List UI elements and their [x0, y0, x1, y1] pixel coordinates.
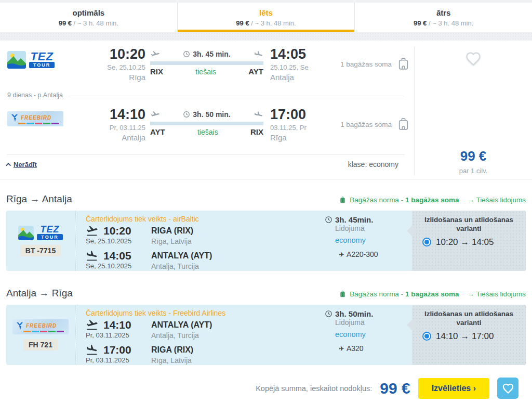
- radio-selected[interactable]: [422, 238, 431, 246]
- freebird-bird-icon: [11, 114, 19, 122]
- arrival-code: AYT: [248, 67, 263, 76]
- arrival-code: RIX: [250, 127, 263, 136]
- summary-divider: [7, 154, 405, 155]
- leg-departure-time: 10:20: [103, 225, 151, 237]
- baggage-label: 1 bagāžas soma: [340, 121, 392, 128]
- inbound-summary-row: FREEBIRD 14:10 Pr, 03.11.25 Antalja 3h. …: [0, 106, 414, 154]
- options-title: Izlidošanas un atlidošanas varianti: [416, 216, 522, 233]
- clock-icon: [183, 111, 190, 118]
- leg-arrival-date: Pr, 03.11.2025: [86, 356, 151, 365]
- departure-date: Pr, 03.11.25: [73, 124, 145, 132]
- direct-flight-label: tiešais: [197, 128, 218, 136]
- suitcase-icon: [339, 290, 347, 298]
- outbound-summary-row: TEZ TOUR 10:20 Se, 25.10.25 Rīga 3h. 45 …: [0, 46, 414, 94]
- charter-note: Čarterlidojums tiek veikts - airBaltic: [86, 215, 325, 223]
- tab-price: 99 € / ~ 3 h. 48 min.: [236, 19, 296, 27]
- flight-timeline: 3h. 50 min. AYT tiešais RIX: [150, 109, 263, 136]
- total-footer: Kopējā summa, ieskaitot nodokļus: 99 € I…: [6, 378, 526, 399]
- cabin-class[interactable]: economy: [335, 330, 412, 339]
- flight-timeline: 3h. 45 min. RIX tiešais AYT: [150, 49, 263, 76]
- section-header-outbound: Rīga → Antalja Bagāžas norma - 1 bagāžas…: [6, 193, 526, 205]
- tab-underline: [178, 30, 355, 32]
- leg-arrival-date: Se, 25.10.2025: [86, 262, 151, 270]
- leg-arrival-time: 14:05: [103, 250, 151, 262]
- tab-lets[interactable]: lēts 99 € / ~ 3 h. 48 min.: [177, 3, 355, 32]
- landing-icon: [254, 49, 263, 59]
- takeoff-icon: [86, 225, 103, 237]
- price-block: 99 € par 1 cilv.: [415, 148, 532, 175]
- leg-arrival-airport: RIGA (RIX): [151, 345, 193, 355]
- departure-time: 14:10: [73, 107, 145, 123]
- total-price: 99 €: [380, 380, 410, 397]
- leg-arrival-city: Rīga, Latvija: [151, 356, 192, 365]
- tez-tour-logo: TEZ TOUR: [18, 225, 62, 240]
- arrival-info: 14:05 25.10.25, Se Antalja: [270, 47, 309, 82]
- section-header-inbound: Antalja → Rīga Bagāžas norma - 1 bagāžas…: [6, 288, 526, 299]
- freebird-stripes: [23, 331, 65, 332]
- flight-number-badge: FH 721: [23, 339, 58, 350]
- timeline-bar: [150, 61, 263, 65]
- landing-icon: [254, 110, 263, 120]
- arrival-date: 03.11.25, Pr: [270, 124, 307, 132]
- route-title: Rīga → Antalja: [6, 193, 72, 205]
- duration-caption: Lidojumā: [335, 224, 412, 232]
- stay-note: 9 dienas - p.Antalja: [7, 92, 68, 99]
- leg-departure-city: Rīga, Latvija: [151, 237, 192, 245]
- flight-duration: 3h. 50min.: [325, 309, 412, 318]
- freebird-stripes: [18, 123, 60, 124]
- departure-options-panel: Izlidošanas un atlidošanas varianti 10:2…: [412, 211, 526, 271]
- divider-strip: [0, 32, 532, 41]
- takeoff-icon: [86, 319, 103, 331]
- direct-flight-label: tiešais: [195, 68, 216, 76]
- arrival-city: Antalja: [270, 73, 309, 82]
- departure-options-panel: Izlidošanas un atlidošanas varianti 14:1…: [412, 305, 526, 365]
- outbound-detail-card: TEZ TOUR BT -7715 Čarterlidojums tiek ve…: [6, 211, 526, 271]
- time-option[interactable]: 14:10 → 17:00: [422, 331, 522, 342]
- departure-code: AYT: [150, 127, 165, 136]
- tab-atrs[interactable]: ātrs 99 € / ~ 3 h. 48 min.: [354, 3, 532, 32]
- clock-icon: [325, 216, 332, 224]
- duration: 3h. 45 min.: [183, 50, 230, 58]
- itinerary-summary-card: TEZ TOUR 10:20 Se, 25.10.25 Rīga 3h. 45 …: [0, 41, 532, 180]
- leg-arrival-airport: ANTALYA (AYT): [151, 251, 212, 261]
- departure-info: 10:20 Se, 25.10.25 Rīga: [73, 47, 145, 82]
- charter-note: Čarterlidojums tiek veikts - Freebird Ai…: [86, 309, 325, 317]
- tab-label: ātrs: [436, 8, 451, 17]
- select-button[interactable]: Izvēlieties ›: [418, 378, 489, 399]
- leg-departure-airport: RIGA (RIX): [151, 226, 193, 236]
- hide-details-label[interactable]: Nerādīt: [14, 161, 37, 168]
- takeoff-icon: [150, 110, 160, 120]
- tab-label: optimāls: [72, 8, 104, 17]
- leg-departure-time: 14:10: [103, 319, 151, 331]
- arrival-time: 14:05: [270, 47, 309, 62]
- hide-details-link[interactable]: Nerādīt: [7, 161, 37, 168]
- cabin-class[interactable]: economy: [335, 236, 412, 244]
- inbound-detail-card: FREEBIRD FH 721 Čarterlidojums tiek veik…: [6, 305, 526, 365]
- tab-optimals[interactable]: optimāls 99 € / ~ 3 h. 48 min.: [0, 3, 177, 32]
- leg-departure-airport: ANTALYA (AYT): [151, 320, 212, 330]
- clock-icon: [325, 310, 332, 318]
- tab-price: 99 € / ~ 3 h. 48 min.: [414, 19, 473, 27]
- freebird-logo: FREEBIRD: [7, 111, 63, 126]
- departure-time: 10:20: [73, 47, 145, 62]
- timeline-bar: [150, 122, 263, 125]
- summary-price-panel: 99 € par 1 cilv.: [414, 47, 532, 175]
- stay-divider: [63, 96, 404, 96]
- tez-tour-logo: TEZ TOUR: [7, 51, 55, 69]
- suitcase-icon: [339, 196, 347, 204]
- tez-tour-logo-icon: [7, 51, 26, 69]
- leg-departure-date: Se, 25.10.2025: [86, 237, 151, 245]
- tez-logo-text: TEZ: [30, 51, 54, 62]
- wishlist-heart-icon[interactable]: [465, 51, 482, 67]
- leg-departure-date: Pr, 03.11.2025: [86, 331, 151, 340]
- tez-logo-subtext: TOUR: [29, 62, 55, 68]
- baggage-label: 1 bagāžas soma: [340, 60, 392, 68]
- flight-details-sections: Rīga → Antalja Bagāžas norma - 1 bagāžas…: [0, 193, 532, 399]
- save-to-wishlist-button[interactable]: [497, 378, 518, 399]
- clock-icon: [183, 50, 190, 58]
- time-option[interactable]: 10:20 → 14:05: [422, 237, 522, 248]
- radio-selected[interactable]: [422, 332, 431, 341]
- freebird-bird-icon: [16, 322, 24, 330]
- departure-city: Antalja: [73, 133, 145, 142]
- aircraft-type: ✈A320: [339, 344, 412, 353]
